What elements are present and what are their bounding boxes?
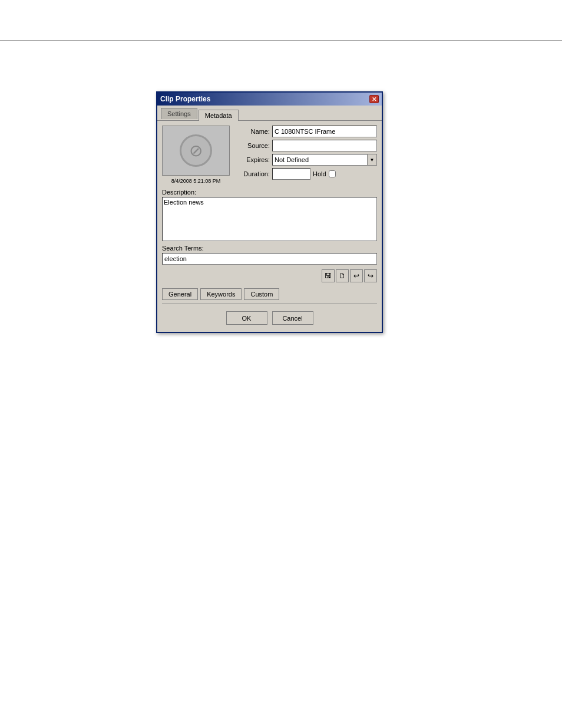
close-button[interactable]: ✕ <box>369 95 379 103</box>
expires-label: Expires: <box>236 156 270 163</box>
dialog-divider <box>162 304 377 304</box>
source-row: Source: <box>236 140 377 151</box>
keywords-tab-button[interactable]: Keywords <box>200 288 242 300</box>
duration-input[interactable] <box>272 168 310 180</box>
expires-field-group: ▼ <box>272 154 377 166</box>
save-button[interactable]: 🖫 <box>322 269 335 282</box>
tab-metadata[interactable]: Metadata <box>199 110 239 121</box>
general-tab-button[interactable]: General <box>162 288 198 300</box>
thumbnail-date: 8/4/2008 5:21:08 PM <box>171 178 221 184</box>
expires-input[interactable] <box>272 154 367 166</box>
redo-icon: ↪ <box>368 272 373 280</box>
cancel-button[interactable]: Cancel <box>272 311 313 325</box>
content-area: ⊘ 8/4/2008 5:21:08 PM Name: <box>162 126 377 300</box>
expires-dropdown-btn[interactable]: ▼ <box>367 154 377 166</box>
description-section: Description: <box>162 189 377 242</box>
thumbnail-area: ⊘ 8/4/2008 5:21:08 PM <box>162 126 230 184</box>
no-image-icon: ⊘ <box>189 141 203 160</box>
page-background: Clip Properties ✕ Settings Metadata <box>0 0 562 728</box>
ok-button[interactable]: OK <box>226 311 267 325</box>
copy-button[interactable]: 🗋 <box>336 269 349 282</box>
description-textarea[interactable] <box>162 197 377 241</box>
bottom-tabs: General Keywords Custom <box>162 288 377 300</box>
tab-settings[interactable]: Settings <box>161 108 197 119</box>
undo-button[interactable]: ↩ <box>350 269 363 282</box>
fields-area: Name: Source: Expires: <box>236 126 377 184</box>
top-section: ⊘ 8/4/2008 5:21:08 PM Name: <box>162 126 377 184</box>
thumbnail-circle: ⊘ <box>180 134 212 167</box>
expires-row: Expires: ▼ <box>236 154 377 166</box>
tab-strip: Settings Metadata <box>157 106 382 121</box>
search-terms-label: Search Terms: <box>162 245 377 252</box>
custom-tab-button[interactable]: Custom <box>244 288 279 300</box>
undo-icon: ↩ <box>353 272 359 280</box>
name-input[interactable] <box>272 126 377 137</box>
dialog-body: ⊘ 8/4/2008 5:21:08 PM Name: <box>157 121 382 332</box>
redo-button[interactable]: ↪ <box>364 269 377 282</box>
title-bar: Clip Properties ✕ <box>157 93 382 106</box>
toolbar-row: 🖫 🗋 ↩ ↪ <box>162 269 377 282</box>
hold-label: Hold <box>313 170 326 177</box>
search-terms-input[interactable] <box>162 253 377 265</box>
name-row: Name: <box>236 126 377 137</box>
description-label: Description: <box>162 189 377 196</box>
top-divider <box>0 40 562 41</box>
duration-label: Duration: <box>236 170 270 177</box>
duration-row: Duration: Hold <box>236 168 377 180</box>
ok-cancel-row: OK Cancel <box>162 308 377 327</box>
hold-checkbox[interactable] <box>329 170 336 177</box>
search-terms-section: Search Terms: <box>162 245 377 265</box>
dialog-title: Clip Properties <box>160 95 210 103</box>
save-icon: 🖫 <box>325 272 332 280</box>
source-input[interactable] <box>272 140 377 151</box>
name-label: Name: <box>236 128 270 135</box>
source-label: Source: <box>236 142 270 149</box>
thumbnail-image: ⊘ <box>162 126 230 176</box>
clip-properties-dialog: Clip Properties ✕ Settings Metadata <box>156 91 383 333</box>
copy-icon: 🗋 <box>339 272 346 280</box>
